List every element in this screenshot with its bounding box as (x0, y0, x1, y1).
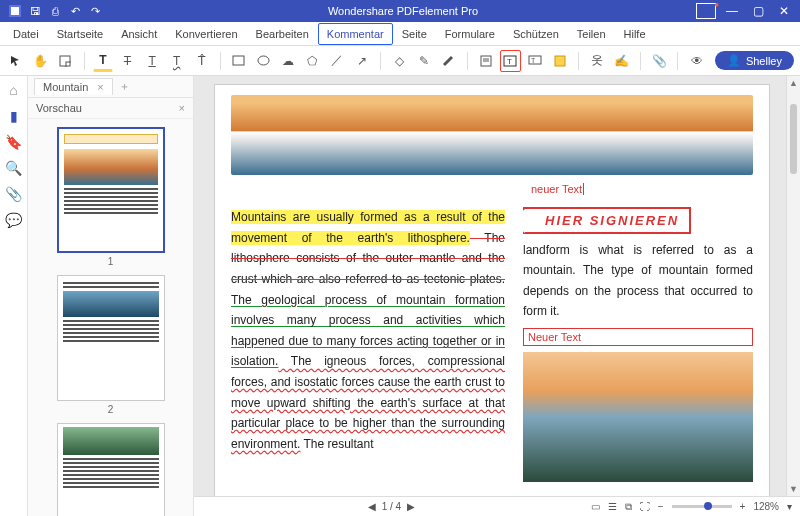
textbox-annotation[interactable]: Neuer Text (523, 328, 753, 346)
eraser-tool-icon[interactable]: ◇ (389, 50, 410, 72)
select-tool-icon[interactable] (6, 50, 27, 72)
thumbnail-label: 2 (57, 404, 165, 415)
scrollbar-thumb[interactable] (790, 104, 797, 174)
stamp-annotation[interactable]: HIER SIGNIEREN (523, 207, 691, 234)
zoom-value[interactable]: 128% (753, 501, 779, 512)
user-pill[interactable]: 👤 Shelley (715, 51, 794, 70)
textbox-tool-icon[interactable]: T (500, 50, 521, 72)
mail-icon[interactable] (696, 3, 716, 19)
thumbnail-label: 1 (57, 256, 165, 267)
menu-schuetzen[interactable]: Schützen (504, 23, 568, 45)
view-facing-icon[interactable]: ⧉ (625, 501, 632, 513)
hide-annotations-icon[interactable]: 👁 (686, 50, 707, 72)
menu-konvertieren[interactable]: Konvertieren (166, 23, 246, 45)
polygon-shape-icon[interactable]: ⬠ (302, 50, 323, 72)
marker-tool-icon[interactable] (438, 50, 459, 72)
body-text: landform is what is referred to as a mou… (523, 240, 753, 322)
menu-hilfe[interactable]: Hilfe (615, 23, 655, 45)
strikethrough-tool-icon[interactable]: T (117, 50, 138, 72)
textbox-annotation[interactable]: neuer Text (531, 183, 584, 195)
underline-tool-icon[interactable]: T (142, 50, 163, 72)
thumbnail-2[interactable]: 2 (57, 275, 165, 415)
menu-startseite[interactable]: Startseite (48, 23, 112, 45)
window-controls: — ▢ ✕ (720, 2, 800, 20)
thumbnails-icon[interactable]: ▮ (10, 108, 18, 124)
panel-close-icon[interactable]: × (179, 102, 185, 114)
hand-tool-icon[interactable]: ✋ (31, 50, 52, 72)
menu-kommentar[interactable]: Kommentar (318, 23, 393, 45)
new-tab-icon[interactable]: ＋ (119, 79, 130, 94)
vertical-scrollbar[interactable]: ▲ ▼ (786, 76, 800, 496)
scroll-up-icon[interactable]: ▲ (787, 78, 800, 88)
fullscreen-icon[interactable]: ⛶ (640, 501, 650, 512)
page-prev-icon[interactable]: ◀ (368, 501, 376, 512)
thumbnail-list[interactable]: 1 2 3 (28, 119, 193, 516)
page-next-icon[interactable]: ▶ (407, 501, 415, 512)
svg-point-5 (258, 56, 269, 65)
maximize-button[interactable]: ▢ (746, 2, 770, 20)
menu-ansicht[interactable]: Ansicht (112, 23, 166, 45)
oval-shape-icon[interactable] (253, 50, 274, 72)
home-icon[interactable]: ⌂ (9, 82, 17, 98)
comments-panel-icon[interactable]: 💬 (5, 212, 22, 228)
close-button[interactable]: ✕ (772, 2, 796, 20)
svg-rect-1 (11, 7, 19, 15)
insert-text-tool-icon[interactable]: T̂ (191, 50, 212, 72)
document-canvas: neuer Text Mountains are usually formed … (194, 76, 800, 516)
app-logo-icon[interactable] (8, 4, 22, 18)
document-tabs: Mountain × ＋ (28, 76, 193, 98)
menu-formulare[interactable]: Formulare (436, 23, 504, 45)
search-icon[interactable]: 🔍 (5, 160, 22, 176)
zoom-dropdown-icon[interactable]: ▾ (787, 501, 792, 512)
highlight-annotation[interactable]: Mountains are usually formed as a result… (231, 210, 505, 245)
undo-icon[interactable]: ↶ (68, 4, 82, 18)
status-bar: ◀ 1 / 4 ▶ ▭ ☰ ⧉ ⛶ − + 128% ▾ (194, 496, 800, 516)
print-icon[interactable]: ⎙ (48, 4, 62, 18)
menu-bearbeiten[interactable]: Bearbeiten (247, 23, 318, 45)
stamp-tool-icon[interactable]: 옷 (587, 50, 608, 72)
quick-access-toolbar: 🖫 ⎙ ↶ ↷ (0, 4, 110, 18)
minimize-button[interactable]: — (720, 2, 744, 20)
view-single-icon[interactable]: ▭ (591, 501, 600, 512)
viewport[interactable]: neuer Text Mountains are usually formed … (194, 76, 800, 496)
panel-header: Vorschau × (28, 98, 193, 119)
body-text: The resultant (300, 437, 373, 451)
thumbnail-1[interactable]: 1 (57, 127, 165, 267)
text-column-right: HIER SIGNIEREN landform is what is refer… (523, 207, 753, 482)
zoom-slider[interactable] (672, 505, 732, 508)
squiggly-tool-icon[interactable]: T (166, 50, 187, 72)
svg-text:T: T (507, 57, 512, 66)
menu-datei[interactable]: Datei (4, 23, 48, 45)
zoom-in-icon[interactable]: + (740, 501, 746, 512)
menu-seite[interactable]: Seite (393, 23, 436, 45)
zoom-out-icon[interactable]: − (658, 501, 664, 512)
area-highlight-icon[interactable] (549, 50, 570, 72)
edit-tool-icon[interactable] (55, 50, 76, 72)
view-continuous-icon[interactable]: ☰ (608, 501, 617, 512)
cloud-shape-icon[interactable]: ☁ (278, 50, 299, 72)
thumbnail-3[interactable]: 3 (57, 423, 165, 516)
line-shape-icon[interactable]: ／ (327, 50, 348, 72)
page-navigator: ◀ 1 / 4 ▶ (202, 501, 581, 512)
highlight-tool-icon[interactable]: T (93, 50, 114, 72)
bookmarks-icon[interactable]: 🔖 (5, 134, 22, 150)
signature-tool-icon[interactable]: ✍ (611, 50, 632, 72)
save-icon[interactable]: 🖫 (28, 4, 42, 18)
app-title: Wondershare PDFelement Pro (110, 5, 696, 17)
user-icon: 👤 (727, 54, 741, 67)
attachment-tool-icon[interactable]: 📎 (649, 50, 670, 72)
document-tab[interactable]: Mountain × (34, 78, 113, 95)
rectangle-shape-icon[interactable] (228, 50, 249, 72)
tab-close-icon[interactable]: × (97, 81, 103, 93)
redo-icon[interactable]: ↷ (88, 4, 102, 18)
page-indicator[interactable]: 1 / 4 (382, 501, 401, 512)
menu-teilen[interactable]: Teilen (568, 23, 615, 45)
pdf-page[interactable]: neuer Text Mountains are usually formed … (214, 84, 770, 496)
callout-tool-icon[interactable]: T (525, 50, 546, 72)
pencil-tool-icon[interactable]: ✎ (413, 50, 434, 72)
arrow-shape-icon[interactable]: ↗ (351, 50, 372, 72)
scroll-down-icon[interactable]: ▼ (787, 484, 800, 494)
left-rail: ⌂ ▮ 🔖 🔍 📎 💬 (0, 76, 28, 516)
attachments-icon[interactable]: 📎 (5, 186, 22, 202)
note-tool-icon[interactable] (476, 50, 497, 72)
